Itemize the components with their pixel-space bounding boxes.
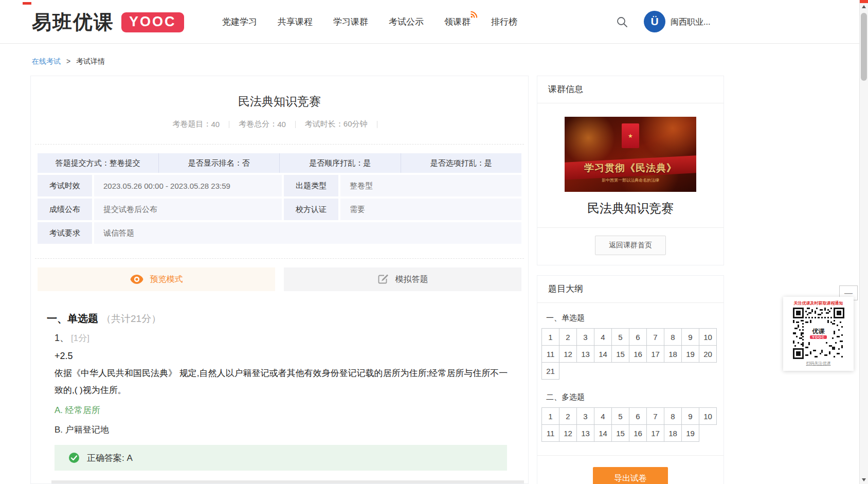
question-number-cell[interactable]: 14 bbox=[594, 424, 612, 442]
qr-widget: 关注优课及时获取课程通知 优课 YOOC 扫码关注优课 bbox=[783, 297, 854, 371]
exam-stat: 考卷总分： 40 bbox=[239, 119, 305, 129]
question-number-cell[interactable]: 17 bbox=[646, 345, 664, 363]
nav-item[interactable]: 领课群 bbox=[444, 16, 471, 28]
page-scrollbar[interactable] bbox=[859, 0, 868, 484]
detail-label: 校方认证 bbox=[284, 199, 338, 220]
nav-item-label: 排行榜 bbox=[491, 17, 517, 27]
emblem-icon: ★ bbox=[628, 133, 633, 139]
question-number-cell[interactable]: 13 bbox=[576, 424, 594, 442]
question-number-cell[interactable]: 1 bbox=[541, 407, 559, 425]
question-number-cell[interactable]: 6 bbox=[629, 407, 647, 425]
question-number-cell[interactable]: 13 bbox=[576, 345, 594, 363]
question-number-cell[interactable]: 19 bbox=[681, 345, 699, 363]
question-number-cell[interactable]: 11 bbox=[541, 424, 559, 442]
question-number-cell[interactable]: 3 bbox=[576, 407, 594, 425]
scrollbar-thumb[interactable] bbox=[861, 13, 867, 81]
detail-label: 考试时效 bbox=[38, 175, 92, 196]
question-number-cell[interactable]: 17 bbox=[646, 424, 664, 442]
question-outline-card: 题目大纲 一、单选题 12345678910111213141516171819… bbox=[537, 275, 724, 484]
question-number-cell[interactable]: 1 bbox=[541, 328, 559, 346]
simulate-answer-button[interactable]: 模拟答题 bbox=[284, 267, 521, 291]
question-number-cell[interactable]: 10 bbox=[699, 328, 717, 346]
search-icon[interactable] bbox=[616, 16, 628, 28]
nav-item[interactable]: 党建学习 bbox=[222, 16, 257, 28]
question-number-cell[interactable]: 9 bbox=[681, 328, 699, 346]
question-number-cell[interactable]: 3 bbox=[576, 328, 594, 346]
option-key: A. bbox=[55, 405, 63, 415]
question-number-cell[interactable]: 16 bbox=[629, 424, 647, 442]
nav-item-label: 共享课程 bbox=[278, 17, 313, 27]
question-number-cell[interactable]: 9 bbox=[681, 407, 699, 425]
detail-row-score: 成绩公布 提交试卷后公布 校方认证 需要 bbox=[38, 199, 521, 220]
question-number-cell[interactable]: 15 bbox=[611, 424, 629, 442]
qr-top-text: 关注优课及时获取课程通知 bbox=[794, 300, 843, 306]
stat-value: 40 bbox=[211, 120, 220, 129]
course-info-header: 课群信息 bbox=[537, 76, 724, 103]
site-logo[interactable]: 易班优课 YOOC bbox=[32, 9, 184, 35]
question-number: 1、 bbox=[55, 333, 69, 343]
civil-code-book-icon: ★ bbox=[622, 123, 639, 148]
question-number-cell[interactable]: 5 bbox=[611, 328, 629, 346]
question-number-cell[interactable]: 2 bbox=[559, 407, 577, 425]
divider bbox=[35, 258, 524, 259]
question-number-cell[interactable]: 12 bbox=[559, 424, 577, 442]
question-number-cell[interactable]: 21 bbox=[541, 362, 559, 380]
qr-code: 优课 YOOC bbox=[793, 308, 844, 359]
scroll-down-arrow-icon[interactable] bbox=[862, 478, 866, 481]
nav-item[interactable]: 共享课程 bbox=[278, 16, 313, 28]
exam-stat: 考试时长： 60分钟 bbox=[305, 119, 387, 129]
question-number-cell[interactable]: 20 bbox=[699, 345, 717, 363]
question-number-cell[interactable]: 2 bbox=[559, 328, 577, 346]
question-number-cell[interactable]: 15 bbox=[611, 345, 629, 363]
check-circle-icon bbox=[68, 452, 80, 463]
question-number-cell[interactable]: 12 bbox=[559, 345, 577, 363]
nav-item-label: 学习课群 bbox=[333, 17, 368, 27]
stat-value: 60分钟 bbox=[343, 119, 368, 129]
question-number-cell[interactable]: 8 bbox=[664, 328, 682, 346]
question-number-cell[interactable]: 5 bbox=[611, 407, 629, 425]
question-number-cell[interactable]: 19 bbox=[681, 424, 699, 442]
user-avatar[interactable]: Ü bbox=[644, 11, 665, 32]
question-number-cell[interactable]: 18 bbox=[664, 424, 682, 442]
next-card-edge bbox=[51, 480, 524, 483]
question-number-cell[interactable]: 6 bbox=[629, 328, 647, 346]
stat-label: 考试时长： bbox=[305, 119, 343, 129]
question-number-cell[interactable]: 14 bbox=[594, 345, 612, 363]
option-b[interactable]: B. 户籍登记地 bbox=[55, 422, 510, 438]
nav-item[interactable]: 考试公示 bbox=[389, 16, 424, 28]
course-banner-image: ★ 学习贯彻《民法典》 新中国第一部以法典命名的法律 bbox=[565, 117, 696, 192]
question-1: 1、[1分] +2.5 依据《中华人民共和国民法典》 规定,自然人以户籍登记或者… bbox=[55, 332, 510, 471]
question-number-cell[interactable]: 4 bbox=[594, 407, 612, 425]
mode-buttons: 预览模式 模拟答题 bbox=[38, 267, 521, 291]
question-number-cell[interactable]: 11 bbox=[541, 345, 559, 363]
signal-icon bbox=[471, 11, 477, 18]
setting-text: 是否顺序打乱：是 bbox=[309, 158, 371, 168]
nav-item[interactable]: 学习课群 bbox=[333, 16, 368, 28]
preview-mode-button[interactable]: 预览模式 bbox=[38, 267, 275, 291]
back-to-course-button[interactable]: 返回课群首页 bbox=[595, 236, 666, 255]
qr-center-logo: 优课 YOOC bbox=[805, 325, 832, 342]
banner-subtitle: 新中国第一部以法典命名的法律 bbox=[565, 177, 696, 183]
detail-label: 考试要求 bbox=[38, 222, 92, 244]
question-number-cell[interactable]: 10 bbox=[699, 407, 717, 425]
question-number-cell[interactable]: 7 bbox=[646, 328, 664, 346]
question-number-cell[interactable]: 4 bbox=[594, 328, 612, 346]
breadcrumb-link-online-exam[interactable]: 在线考试 bbox=[32, 57, 61, 65]
question-number-cell[interactable]: 18 bbox=[664, 345, 682, 363]
question-number-cell[interactable]: 7 bbox=[646, 407, 664, 425]
nav-item[interactable]: 排行榜 bbox=[491, 16, 517, 28]
option-a[interactable]: A. 经常居所 bbox=[55, 403, 510, 418]
question-number-cell[interactable]: 16 bbox=[629, 345, 647, 363]
exam-setting: 答题提交方式：整卷提交 bbox=[38, 153, 158, 173]
scroll-up-arrow-icon[interactable] bbox=[862, 5, 866, 8]
user-name[interactable]: 闽西职业... bbox=[671, 17, 710, 28]
nav-item-label: 领课群 bbox=[444, 17, 471, 27]
export-exam-button[interactable]: 导出试卷 bbox=[593, 467, 668, 484]
question-number-cell[interactable]: 8 bbox=[664, 407, 682, 425]
divider bbox=[537, 455, 724, 456]
detail-row-requirement: 考试要求 诚信答题 bbox=[38, 222, 521, 244]
qr-bottom-link[interactable]: 扫码关注优课 bbox=[806, 361, 831, 366]
top-header: 易班优课 YOOC 党建学习 共享课程 学习课群 bbox=[0, 0, 859, 44]
correct-answer-box: 正确答案: A bbox=[55, 445, 507, 471]
pencil-square-icon bbox=[377, 274, 389, 285]
